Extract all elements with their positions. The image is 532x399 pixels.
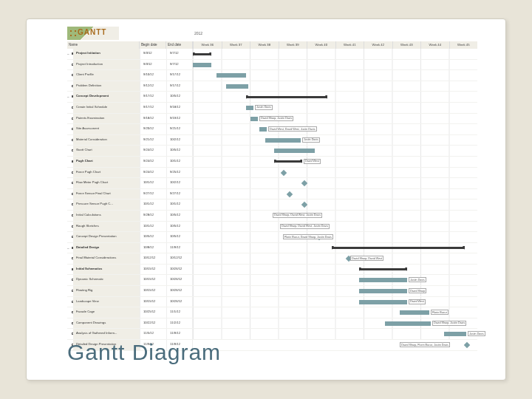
task-name: Component Drawings — [73, 318, 140, 329]
week-header: Week 41 — [335, 41, 364, 49]
gantt-bar — [246, 106, 253, 110]
milestone-diamond — [464, 342, 470, 348]
task-row: −Project Initiation9/3/129/7/12 — [67, 49, 477, 60]
gantt-bar — [265, 138, 301, 143]
task-begin: 9/24/12 — [140, 157, 166, 167]
task-row: Material Consideration9/21/1210/2/12Just… — [67, 135, 477, 146]
week-header: Week 36 — [193, 41, 222, 49]
assignee-label: David West — [304, 159, 321, 164]
task-name: Landscape View — [73, 297, 140, 307]
task-name: Force Pugh Chart — [73, 168, 140, 178]
task-name: Project Initiation — [73, 49, 140, 59]
task-name: Rough Sketches — [73, 222, 140, 232]
task-rows: −Project Initiation9/3/129/7/12Project I… — [67, 49, 477, 351]
task-name: Concept Design Presentation — [73, 232, 140, 242]
gantt-bar — [400, 310, 429, 315]
gantt-bar — [216, 73, 246, 78]
task-row: Initial Schematics10/15/1210/26/12 — [67, 265, 477, 276]
task-end: 9/27/12 — [166, 189, 193, 200]
task-begin: 11/5/12 — [140, 329, 166, 339]
task-begin: 9/27/12 — [140, 189, 166, 200]
task-name: Project Introduction — [73, 60, 140, 70]
assignee-label: Florin Bucur — [431, 310, 449, 315]
task-begin: 9/3/12 — [140, 49, 166, 59]
assignee-label: David Sharp, Florin Bucur, Justin Davis — [400, 342, 450, 347]
task-end: 9/19/12 — [166, 114, 193, 124]
task-end: 10/5/12 — [166, 232, 193, 242]
task-name: Dynamic Schematic — [73, 275, 140, 285]
task-begin: 9/24/12 — [140, 168, 166, 178]
task-begin: 10/22/12 — [140, 318, 166, 329]
task-begin: 10/12/12 — [140, 253, 166, 264]
task-name: Material Consideration — [73, 135, 140, 146]
gantt-bar — [193, 53, 211, 55]
gantt-bar — [444, 332, 466, 336]
task-row: Concept Design Presentation10/5/1210/5/1… — [67, 232, 477, 243]
assignee-label: Justin Davis — [302, 137, 320, 143]
slide-title: Gantt Diagram — [67, 340, 221, 365]
assignee-label: David West — [409, 299, 426, 304]
task-begin: 9/18/12 — [140, 114, 166, 124]
task-begin: 9/28/12 — [140, 211, 166, 221]
task-row: −Concept Development9/17/1210/5/12 — [67, 92, 477, 103]
task-name: Final Material Considerations — [73, 253, 140, 264]
task-begin: 9/3/12 — [140, 60, 166, 70]
task-name: Initial Calculations — [73, 211, 140, 221]
gantt-bar — [274, 149, 315, 153]
task-name: Pressure Sensor Pugh C... — [73, 200, 140, 210]
task-row: Force Pugh Chart9/24/129/25/12 — [67, 168, 477, 179]
task-name: Client Profile — [73, 70, 140, 81]
assignee-label: David Sharp, Justin Davis — [432, 321, 466, 326]
toggle-icon[interactable]: − — [67, 246, 69, 250]
gantt-bar — [359, 268, 407, 270]
task-name: Patents Examination — [73, 114, 140, 124]
task-end: 10/1/12 — [166, 200, 193, 210]
task-end: 10/26/12 — [166, 297, 193, 307]
task-begin: 9/10/12 — [140, 70, 166, 81]
task-row: Site Assessment9/20/129/21/12David West,… — [67, 124, 477, 135]
assignee-label: David Sharp, David West, Justin Davis — [280, 224, 330, 229]
assignee-label: Justin Davis — [255, 105, 273, 110]
task-end: 9/7/12 — [166, 49, 193, 59]
task-row: Dynamic Schematic10/15/1210/26/12Justin … — [67, 275, 477, 286]
task-begin: 9/20/12 — [140, 124, 166, 134]
task-end: 10/5/12 — [166, 222, 193, 232]
task-end: 10/2/12 — [166, 135, 193, 146]
col-end: End date — [166, 41, 193, 49]
col-begin: Begin date — [140, 41, 166, 49]
week-header: Week 38 — [250, 41, 279, 49]
task-name: Gantt Chart — [73, 146, 140, 156]
task-row: Gantt Chart9/24/1210/5/12 — [67, 146, 477, 157]
task-begin: 10/15/12 — [140, 275, 166, 285]
task-end: 11/9/12 — [166, 329, 193, 339]
task-name: Problem Definition — [73, 81, 140, 92]
gantt-chart: GANTT 2012 Name Begin date End date Week… — [67, 27, 477, 340]
task-begin: 10/5/12 — [140, 232, 166, 242]
toggle-icon[interactable]: − — [67, 52, 69, 56]
task-row: Flow Meter Pugh Chart10/1/1210/2/12 — [67, 178, 477, 189]
task-end: 10/26/12 — [166, 275, 193, 285]
task-begin: 10/15/12 — [140, 297, 166, 307]
task-name: Initial Schematics — [73, 265, 140, 275]
gantt-bar — [359, 289, 407, 293]
task-row: Component Drawings10/22/1211/2/12David S… — [67, 318, 477, 330]
gantt-bar — [246, 96, 327, 98]
task-begin: 10/15/12 — [140, 265, 166, 275]
task-end: 11/9/12 — [166, 243, 193, 253]
task-end: 10/5/12 — [166, 146, 193, 156]
task-row: Analysis of Gathered Inform...11/5/1211/… — [67, 329, 477, 340]
task-begin: 9/21/12 — [140, 135, 166, 146]
task-end: 11/2/12 — [166, 318, 193, 329]
col-name: Name — [67, 41, 140, 49]
task-name: Concept Development — [73, 92, 140, 102]
week-header: Week 43 — [392, 41, 421, 49]
task-name: Pugh Chart — [73, 157, 140, 167]
toggle-icon[interactable]: − — [67, 95, 69, 99]
assignee-label: David Sharp, David West, Justin Davis — [273, 213, 322, 218]
task-row: −Detailed Design10/8/1211/9/12 — [67, 243, 477, 254]
task-begin: 9/17/12 — [140, 92, 166, 102]
assignee-label: Florin Bucur, David Sharp, Justin Davis — [283, 234, 333, 239]
milestone-diamond — [301, 180, 307, 186]
task-name: Flow Meter Pugh Chart — [73, 178, 140, 188]
gantt-bar — [226, 84, 248, 89]
